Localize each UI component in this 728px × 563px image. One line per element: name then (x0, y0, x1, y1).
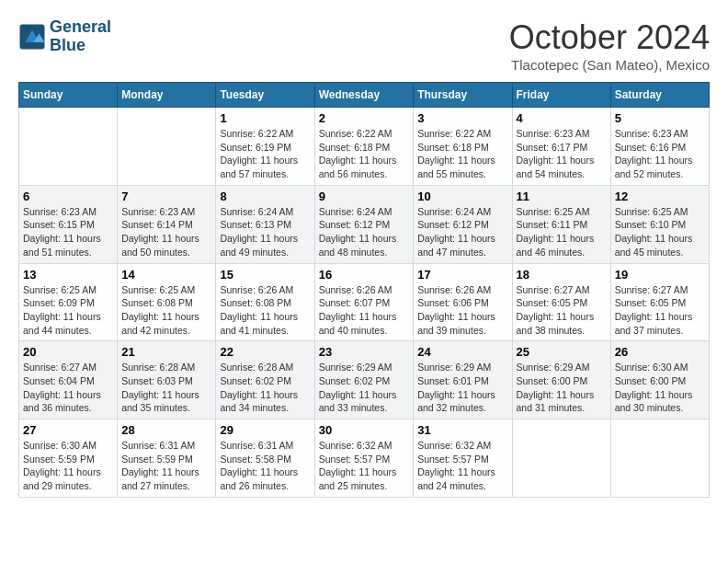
day-number: 31 (417, 423, 507, 437)
cell-info: Sunrise: 6:29 AM Sunset: 6:00 PM Dayligh… (517, 361, 607, 415)
sunset: Sunset: 6:15 PM (23, 218, 113, 232)
sunrise: Sunrise: 6:22 AM (417, 127, 507, 141)
sunset: Sunset: 6:18 PM (417, 141, 507, 155)
sunset: Sunset: 6:03 PM (121, 374, 211, 388)
sunset: Sunset: 6:07 PM (319, 296, 410, 310)
daylight: Daylight: 11 hours and 41 minutes. (220, 310, 310, 337)
day-number: 29 (220, 423, 310, 437)
calendar-week-3: 13 Sunrise: 6:25 AM Sunset: 6:09 PM Dayl… (19, 263, 710, 341)
sunset: Sunset: 6:13 PM (220, 218, 310, 232)
cell-info: Sunrise: 6:32 AM Sunset: 5:57 PM Dayligh… (319, 439, 410, 493)
cell-info: Sunrise: 6:22 AM Sunset: 6:18 PM Dayligh… (319, 127, 410, 181)
calendar-cell: 11 Sunrise: 6:25 AM Sunset: 6:11 PM Dayl… (512, 185, 610, 263)
sunset: Sunset: 5:58 PM (220, 453, 310, 466)
logo: General Blue (18, 18, 111, 55)
daylight: Daylight: 11 hours and 55 minutes. (417, 154, 507, 180)
daylight: Daylight: 11 hours and 51 minutes. (23, 232, 113, 259)
day-number: 13 (23, 268, 113, 282)
cell-info: Sunrise: 6:24 AM Sunset: 6:12 PM Dayligh… (417, 205, 507, 259)
cell-info: Sunrise: 6:31 AM Sunset: 5:58 PM Dayligh… (220, 439, 310, 493)
sunrise: Sunrise: 6:26 AM (220, 283, 310, 297)
daylight: Daylight: 11 hours and 30 minutes. (615, 388, 705, 415)
daylight: Daylight: 11 hours and 29 minutes. (23, 465, 113, 492)
calendar-cell: 5 Sunrise: 6:23 AM Sunset: 6:16 PM Dayli… (610, 108, 709, 186)
cell-info: Sunrise: 6:27 AM Sunset: 6:05 PM Dayligh… (517, 283, 607, 338)
day-number: 25 (517, 345, 607, 359)
day-number: 23 (319, 345, 410, 359)
day-number: 19 (615, 268, 705, 282)
sunrise: Sunrise: 6:26 AM (417, 283, 507, 297)
sunset: Sunset: 6:16 PM (615, 141, 705, 155)
calendar-cell: 2 Sunrise: 6:22 AM Sunset: 6:18 PM Dayli… (314, 108, 414, 186)
daylight: Daylight: 11 hours and 47 minutes. (417, 232, 507, 259)
month-title: October 2024 (509, 18, 710, 57)
logo-text: General Blue (50, 18, 111, 55)
sunrise: Sunrise: 6:27 AM (23, 361, 113, 374)
sunrise: Sunrise: 6:27 AM (517, 283, 607, 297)
sunset: Sunset: 6:05 PM (517, 296, 607, 310)
sunrise: Sunrise: 6:30 AM (615, 361, 705, 374)
col-tuesday: Tuesday (216, 83, 314, 108)
cell-info: Sunrise: 6:26 AM Sunset: 6:08 PM Dayligh… (220, 283, 310, 338)
sunrise: Sunrise: 6:23 AM (23, 205, 113, 219)
calendar-cell: 12 Sunrise: 6:25 AM Sunset: 6:10 PM Dayl… (610, 185, 709, 263)
cell-info: Sunrise: 6:30 AM Sunset: 6:00 PM Dayligh… (615, 361, 705, 415)
sunset: Sunset: 6:00 PM (615, 374, 705, 388)
cell-info: Sunrise: 6:30 AM Sunset: 5:59 PM Dayligh… (23, 439, 113, 493)
calendar-cell: 19 Sunrise: 6:27 AM Sunset: 6:05 PM Dayl… (610, 263, 709, 341)
logo-icon (18, 23, 46, 51)
calendar-body: 1 Sunrise: 6:22 AM Sunset: 6:19 PM Dayli… (19, 108, 710, 498)
day-number: 8 (220, 190, 310, 203)
cell-info: Sunrise: 6:32 AM Sunset: 5:57 PM Dayligh… (417, 439, 507, 493)
sunset: Sunset: 6:08 PM (121, 296, 211, 310)
sunrise: Sunrise: 6:24 AM (417, 205, 507, 219)
sunrise: Sunrise: 6:26 AM (319, 283, 410, 297)
sunset: Sunset: 6:02 PM (220, 374, 310, 388)
cell-info: Sunrise: 6:29 AM Sunset: 6:01 PM Dayligh… (417, 361, 507, 415)
calendar-cell: 15 Sunrise: 6:26 AM Sunset: 6:08 PM Dayl… (216, 263, 314, 341)
sunset: Sunset: 6:08 PM (220, 296, 310, 310)
daylight: Daylight: 11 hours and 49 minutes. (220, 232, 310, 259)
calendar-table: Sunday Monday Tuesday Wednesday Thursday… (18, 82, 710, 498)
sunrise: Sunrise: 6:22 AM (319, 127, 410, 141)
calendar-cell: 31 Sunrise: 6:32 AM Sunset: 5:57 PM Dayl… (414, 419, 512, 498)
daylight: Daylight: 11 hours and 37 minutes. (615, 310, 705, 337)
day-number: 1 (220, 111, 310, 125)
sunset: Sunset: 6:09 PM (23, 296, 113, 310)
day-number: 9 (319, 190, 410, 203)
day-number: 5 (615, 111, 705, 125)
cell-info: Sunrise: 6:28 AM Sunset: 6:03 PM Dayligh… (121, 361, 211, 415)
day-number: 17 (417, 268, 507, 282)
cell-info: Sunrise: 6:24 AM Sunset: 6:12 PM Dayligh… (319, 205, 410, 259)
daylight: Daylight: 11 hours and 24 minutes. (417, 465, 507, 492)
sunrise: Sunrise: 6:31 AM (220, 439, 310, 453)
cell-info: Sunrise: 6:23 AM Sunset: 6:17 PM Dayligh… (517, 127, 607, 181)
day-number: 2 (319, 111, 410, 125)
calendar-cell (610, 419, 709, 498)
sunrise: Sunrise: 6:25 AM (23, 283, 113, 297)
location-title: Tlacotepec (San Mateo), Mexico (509, 57, 710, 73)
page-header: General Blue October 2024 Tlacotepec (Sa… (18, 18, 710, 73)
day-number: 4 (517, 111, 607, 125)
calendar-cell: 30 Sunrise: 6:32 AM Sunset: 5:57 PM Dayl… (314, 419, 414, 498)
day-number: 28 (121, 423, 211, 437)
sunset: Sunset: 6:02 PM (319, 374, 410, 388)
sunrise: Sunrise: 6:25 AM (615, 205, 705, 219)
sunrise: Sunrise: 6:23 AM (517, 127, 607, 141)
day-number: 21 (121, 345, 211, 359)
sunrise: Sunrise: 6:31 AM (121, 439, 211, 453)
col-saturday: Saturday (610, 83, 709, 108)
day-number: 6 (23, 190, 113, 203)
calendar-cell: 14 Sunrise: 6:25 AM Sunset: 6:08 PM Dayl… (118, 263, 216, 341)
cell-info: Sunrise: 6:27 AM Sunset: 6:04 PM Dayligh… (23, 361, 113, 415)
calendar-cell: 8 Sunrise: 6:24 AM Sunset: 6:13 PM Dayli… (216, 185, 314, 263)
day-number: 12 (615, 190, 705, 203)
logo-line2: Blue (50, 37, 111, 55)
daylight: Daylight: 11 hours and 31 minutes. (517, 388, 607, 415)
daylight: Daylight: 11 hours and 57 minutes. (220, 154, 310, 180)
daylight: Daylight: 11 hours and 36 minutes. (23, 388, 113, 415)
sunset: Sunset: 6:11 PM (517, 218, 607, 232)
sunset: Sunset: 6:05 PM (615, 296, 705, 310)
cell-info: Sunrise: 6:28 AM Sunset: 6:02 PM Dayligh… (220, 361, 310, 415)
calendar-cell: 4 Sunrise: 6:23 AM Sunset: 6:17 PM Dayli… (512, 108, 610, 186)
